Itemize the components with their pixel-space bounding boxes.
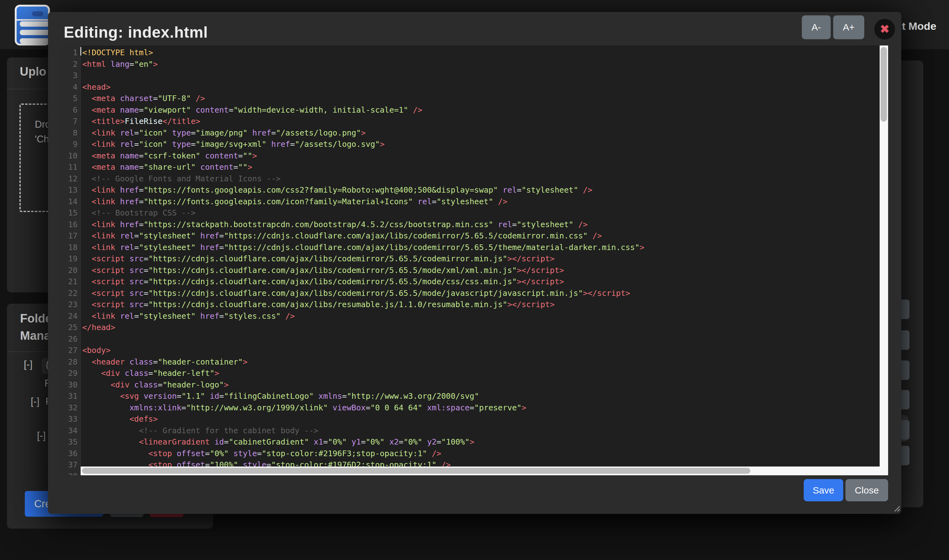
code-text: <!-- Google Fonts and Material Icons --> [82, 173, 280, 185]
line-number: 22 [61, 288, 77, 299]
code-line[interactable]: 27<body> [61, 345, 888, 356]
code-text: </head> [82, 322, 115, 334]
code-text: <body> [82, 345, 111, 356]
code-line[interactable]: 11 <meta name="share-url" content=""> [61, 162, 888, 173]
close-icon[interactable]: ✖ [874, 19, 895, 40]
code-line[interactable]: 22 <script src="https://cdnjs.cloudflare… [61, 288, 888, 299]
code-text: <!-- Bootstrap CSS --> [82, 208, 196, 219]
line-number: 11 [61, 162, 77, 173]
code-line[interactable]: 34 <!-- Gradient for the cabinet body --… [61, 425, 888, 437]
code-line[interactable]: 29 <div class="header-left"> [61, 368, 888, 379]
tree-toggle[interactable]: [-] [37, 430, 46, 442]
code-line[interactable]: 17 <link rel="stylesheet" href="https://… [61, 230, 888, 242]
code-line[interactable]: 10 <meta name="csrf-token" content=""> [61, 150, 888, 162]
code-line[interactable]: 20 <script src="https://cdnjs.cloudflare… [61, 265, 888, 276]
line-number: 14 [61, 196, 77, 208]
code-line[interactable]: 23 <script src="https://cdnjs.cloudflare… [61, 299, 888, 311]
code-line[interactable]: 5 <meta charset="UTF-8" /> [61, 93, 888, 105]
line-number: 32 [61, 402, 77, 414]
code-line[interactable]: 24 <link rel="stylesheet" href="styles.c… [61, 311, 888, 322]
line-number: 13 [61, 185, 77, 196]
code-text: <!DOCTYPE html> [82, 47, 153, 58]
tree-toggle[interactable]: [-] [24, 359, 32, 370]
code-text: <link rel="stylesheet" href="https://cdn… [82, 230, 602, 242]
code-text: <div class="header-logo"> [82, 379, 229, 391]
code-line[interactable]: 30 <div class="header-logo"> [61, 379, 888, 391]
line-number: 23 [61, 299, 77, 311]
code-text: <link rel="icon" type="image/svg+xml" hr… [82, 138, 384, 150]
filerise-logo-icon [15, 5, 50, 46]
code-text: <title>FileRise</title> [82, 116, 200, 128]
code-line[interactable]: 16 <link href="https://stackpath.bootstr… [61, 219, 888, 231]
code-text: <header class="header-container"> [82, 356, 248, 368]
line-number: 6 [61, 105, 77, 116]
code-line[interactable]: 26 [61, 334, 888, 345]
font-decrease-button[interactable]: A- [802, 15, 831, 39]
mode-toggle-label[interactable]: t Mode [902, 20, 937, 32]
code-lines[interactable]: 1<!DOCTYPE html>2<html lang="en">34<head… [61, 47, 888, 475]
close-button[interactable]: Close [846, 479, 888, 502]
code-text: <linearGradient id="cabinetGradient" x1=… [82, 436, 474, 448]
code-line[interactable]: 18 <link rel="stylesheet" href="https://… [61, 242, 888, 254]
code-line[interactable]: 36 <stop offset="0%" style="stop-color:#… [61, 448, 888, 460]
tree-toggle[interactable]: [-] [31, 396, 40, 407]
code-line[interactable]: 25</head> [61, 322, 888, 334]
line-number: 24 [61, 311, 77, 322]
save-button[interactable]: Save [804, 479, 843, 502]
code-line[interactable]: 4<head> [61, 82, 888, 93]
vertical-scrollbar[interactable] [880, 46, 888, 466]
font-increase-button[interactable]: A+ [833, 15, 864, 39]
code-line[interactable]: 1<!DOCTYPE html> [61, 47, 888, 58]
upload-card-title: Uplo [20, 65, 46, 78]
folder-card-title-line1: Folde [20, 312, 52, 325]
dropzone-text-line2: 'Ch [35, 134, 49, 145]
cabinet-handle-icon [32, 11, 43, 16]
line-number: 3 [61, 70, 77, 82]
code-text: <defs> [82, 414, 158, 425]
code-text: <!-- Gradient for the cabinet body --> [82, 425, 319, 437]
code-line[interactable]: 15 <!-- Bootstrap CSS --> [61, 208, 888, 219]
code-text: <div class="header-left"> [82, 368, 219, 379]
app-root: t Mode Uplo Dro 'Ch Folde Mana [-] ( F [… [0, 0, 949, 560]
line-number: 21 [61, 276, 77, 288]
code-line[interactable]: 2<html lang="en"> [61, 58, 888, 70]
code-text: <meta name="viewport" content="width=dev… [82, 105, 422, 116]
line-number: 33 [61, 414, 77, 425]
code-line[interactable]: 28 <header class="header-container"> [61, 356, 888, 368]
line-number: 9 [61, 138, 77, 150]
code-line[interactable]: 3 [61, 70, 888, 82]
line-number: 28 [61, 356, 77, 368]
line-number: 18 [61, 242, 77, 254]
code-text: <link rel="stylesheet" href="styles.css"… [82, 311, 295, 322]
line-number: 10 [61, 150, 77, 162]
cabinet-drawer-icon [20, 38, 50, 44]
code-line[interactable]: 31 <svg version="1.1" id="filingCabinetL… [61, 391, 888, 402]
code-line[interactable]: 35 <linearGradient id="cabinetGradient" … [61, 436, 888, 448]
horizontal-scrollbar-thumb[interactable] [82, 468, 750, 474]
code-line[interactable]: 21 <script src="https://cdnjs.cloudflare… [61, 276, 888, 288]
code-line[interactable]: 6 <meta name="viewport" content="width=d… [61, 105, 888, 116]
cabinet-top-divider [17, 19, 48, 21]
line-number: 27 [61, 345, 77, 356]
code-line[interactable]: 33 <defs> [61, 414, 888, 425]
edit-file-modal: Editing: index.html A- A+ ✖ 1<!DOCTYPE h… [48, 12, 901, 514]
code-line[interactable]: 12 <!-- Google Fonts and Material Icons … [61, 173, 888, 185]
resize-grip-icon[interactable] [892, 503, 900, 512]
line-number: 8 [61, 128, 77, 139]
horizontal-scrollbar[interactable] [81, 466, 888, 475]
code-text: <link href="https://stackpath.bootstrapc… [82, 219, 588, 231]
line-number: 2 [61, 58, 77, 70]
code-text: <link href="https://fonts.googleapis.com… [82, 196, 507, 208]
code-line[interactable]: 13 <link href="https://fonts.googleapis.… [61, 185, 888, 196]
code-line[interactable]: 19 <script src="https://cdnjs.cloudflare… [61, 253, 888, 265]
code-line[interactable]: 14 <link href="https://fonts.googleapis.… [61, 196, 888, 208]
vertical-scrollbar-thumb[interactable] [881, 47, 887, 122]
code-editor[interactable]: 1<!DOCTYPE html>2<html lang="en">34<head… [61, 46, 888, 475]
code-text: <link rel="icon" type="image/png" href="… [82, 128, 366, 139]
code-line[interactable]: 32 xmlns:xlink="http://www.w3.org/1999/x… [61, 402, 888, 414]
line-number: 38 [61, 471, 77, 475]
code-line[interactable]: 7 <title>FileRise</title> [61, 116, 888, 128]
line-number: 35 [61, 436, 77, 448]
code-line[interactable]: 8 <link rel="icon" type="image/png" href… [61, 128, 888, 139]
code-line[interactable]: 9 <link rel="icon" type="image/svg+xml" … [61, 138, 888, 150]
